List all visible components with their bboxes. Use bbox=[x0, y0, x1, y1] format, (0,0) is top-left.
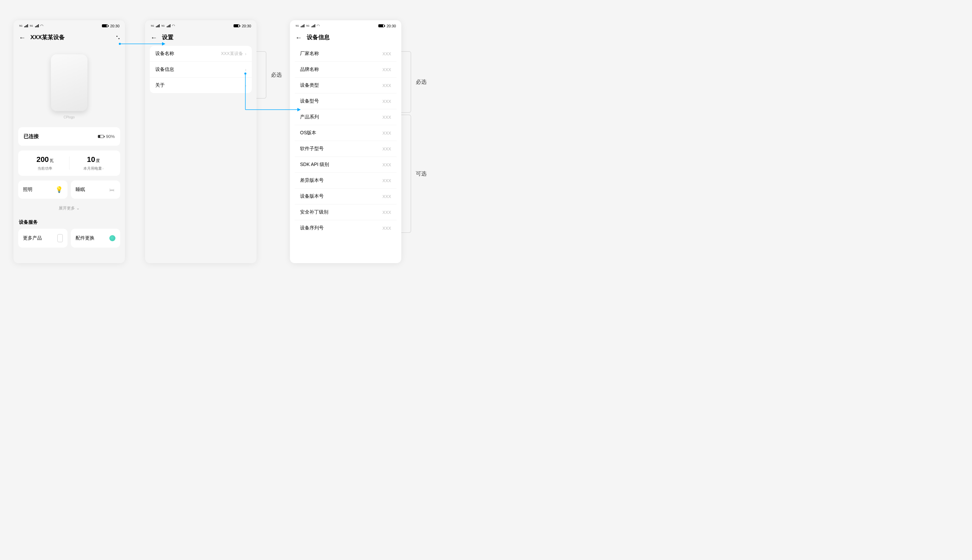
row-label: SDK API 级别 bbox=[300, 162, 329, 168]
stat-unit: 度 bbox=[96, 158, 100, 163]
stat-value: 200 bbox=[37, 155, 49, 163]
back-icon[interactable]: ← bbox=[19, 34, 26, 41]
tile-row: 更多产品 配件更换 bbox=[18, 229, 120, 248]
nav-left: ← 设置 bbox=[150, 33, 174, 41]
status-left: 5G 5G ◠ bbox=[295, 23, 320, 28]
tile-sleep[interactable]: 睡眠 🛏 bbox=[71, 180, 120, 199]
row-value: › bbox=[245, 67, 246, 72]
connection-card: 已连接 90% bbox=[18, 127, 120, 146]
battery-icon bbox=[234, 24, 240, 27]
list-row[interactable]: 设备名称XXX某设备› bbox=[150, 46, 252, 62]
nav-left: ← XXX某某设备 bbox=[19, 33, 65, 41]
bed-icon: 🛏 bbox=[108, 186, 115, 193]
list-row[interactable]: OS版本XXX bbox=[295, 125, 397, 141]
row-label: 厂家名称 bbox=[300, 51, 319, 57]
stat-unit: 瓦 bbox=[50, 158, 53, 163]
row-value: XXX bbox=[382, 67, 391, 72]
wifi-icon: ◠ bbox=[40, 23, 43, 28]
tile-row: 照明 💡 睡眠 🛏 bbox=[18, 180, 120, 199]
row-value: XXX bbox=[382, 194, 391, 199]
chevron-right-icon: › bbox=[103, 167, 104, 170]
nav-bar: ← 设备信息 bbox=[290, 30, 401, 46]
tile-accessory[interactable]: 配件更换 bbox=[71, 229, 120, 248]
stat-power: 200瓦 当前功率 bbox=[21, 155, 69, 171]
list-row[interactable]: 厂家名称XXX bbox=[295, 46, 397, 62]
expand-more[interactable]: 展开更多 ⌄ bbox=[18, 202, 120, 217]
signal-icon bbox=[167, 24, 170, 27]
chevron-down-icon: ⌄ bbox=[76, 206, 80, 210]
list-row[interactable]: 品牌名称XXX bbox=[295, 62, 397, 77]
battery-pct-text: 90% bbox=[106, 134, 115, 139]
back-icon[interactable]: ← bbox=[295, 34, 302, 41]
battery-icon bbox=[378, 24, 384, 27]
tile-lighting[interactable]: 照明 💡 bbox=[18, 180, 67, 199]
nav-bar: ← XXX某某设备 bbox=[13, 30, 125, 46]
row-label: 设备型号 bbox=[300, 98, 319, 104]
list-row[interactable]: 软件子型号XXX bbox=[295, 141, 397, 157]
status-left: 5G 5G ◠ bbox=[150, 23, 175, 28]
battery-icon bbox=[98, 135, 104, 138]
row-label: OS版本 bbox=[300, 130, 316, 136]
stat-value: 10 bbox=[87, 155, 95, 163]
status-time: 20:30 bbox=[386, 24, 396, 28]
back-icon[interactable]: ← bbox=[150, 34, 157, 41]
row-value: › bbox=[245, 83, 246, 88]
nav-bar: ← 设置 bbox=[145, 30, 257, 46]
row-label: 设备版本号 bbox=[300, 193, 324, 199]
row-label: 产品系列 bbox=[300, 114, 319, 120]
row-value: XXX bbox=[382, 99, 391, 104]
tile-more-products[interactable]: 更多产品 bbox=[18, 229, 67, 248]
screen-device-home: 5G 5G ◠ 20:30 ← XXX某某设备 CPlogo bbox=[13, 20, 125, 263]
device-battery: 90% bbox=[98, 134, 115, 139]
page-title: 设备信息 bbox=[307, 33, 330, 41]
section-title-services: 设备服务 bbox=[19, 219, 119, 225]
row-label: 安全补丁级别 bbox=[300, 209, 328, 215]
bulb-icon: 💡 bbox=[55, 186, 63, 193]
status-bar: 5G 5G ◠ 20:30 bbox=[13, 20, 125, 30]
list-row[interactable]: 设备序列号XXX bbox=[295, 220, 397, 236]
content: CPlogo 已连接 90% 200瓦 当前功率 10度 bbox=[13, 46, 125, 263]
row-value: XXX bbox=[382, 178, 391, 183]
row-label: 设备类型 bbox=[300, 82, 319, 88]
status-bar: 5G 5G ◠ 20:30 bbox=[145, 20, 257, 30]
accessory-icon bbox=[109, 235, 115, 241]
signal-icon bbox=[24, 24, 28, 27]
more-icon[interactable] bbox=[117, 36, 119, 39]
row-value: XXX bbox=[382, 226, 391, 231]
signal-icon bbox=[35, 24, 39, 27]
phone-outline-icon bbox=[57, 234, 63, 242]
battery-icon bbox=[102, 24, 108, 27]
signal-label-icon: 5G bbox=[19, 25, 22, 27]
list-row[interactable]: SDK API 级别XXX bbox=[295, 157, 397, 172]
signal-icon bbox=[156, 24, 160, 27]
page-title: XXX某某设备 bbox=[30, 33, 65, 41]
tile-label: 照明 bbox=[23, 187, 32, 193]
list-row[interactable]: 安全补丁级别XXX bbox=[295, 204, 397, 220]
row-value: XXX bbox=[382, 130, 391, 136]
status-left: 5G 5G ◠ bbox=[19, 23, 43, 28]
row-value: XXX bbox=[382, 210, 391, 215]
list-row[interactable]: 设备版本号XXX bbox=[295, 188, 397, 204]
screen-device-info: 5G 5G ◠ 20:30 ← 设备信息 厂家名称XXX品牌名称XXX设备类型X… bbox=[290, 20, 414, 263]
list-row[interactable]: 关于› bbox=[150, 77, 252, 93]
stat-sublabel: 当前功率 bbox=[21, 166, 69, 171]
status-bar: 5G 5G ◠ 20:30 bbox=[290, 20, 401, 30]
list-row[interactable]: 设备信息› bbox=[150, 62, 252, 77]
list-row[interactable]: 设备型号XXX bbox=[295, 93, 397, 109]
stats-card: 200瓦 当前功率 10度 本月用电量› bbox=[18, 150, 120, 176]
row-label: 设备序列号 bbox=[300, 225, 324, 231]
signal-label-icon: 5G bbox=[296, 25, 299, 27]
row-value: XXX某设备› bbox=[221, 51, 246, 57]
list-row[interactable]: 差异版本号XXX bbox=[295, 172, 397, 188]
stat-usage[interactable]: 10度 本月用电量› bbox=[70, 155, 118, 171]
bracket-label-required: 必选 bbox=[271, 72, 282, 78]
row-label: 软件子型号 bbox=[300, 146, 324, 152]
list-row[interactable]: 产品系列XXX bbox=[295, 109, 397, 125]
list-row[interactable]: 设备类型XXX bbox=[295, 77, 397, 93]
phone-frame: 5G 5G ◠ 20:30 ← XXX某某设备 CPlogo bbox=[13, 20, 125, 263]
wifi-icon: ◠ bbox=[317, 23, 320, 28]
status-time: 20:30 bbox=[110, 24, 119, 28]
row-label: 差异版本号 bbox=[300, 177, 324, 183]
row-label: 设备信息 bbox=[155, 67, 174, 73]
status-right: 20:30 bbox=[102, 24, 119, 28]
